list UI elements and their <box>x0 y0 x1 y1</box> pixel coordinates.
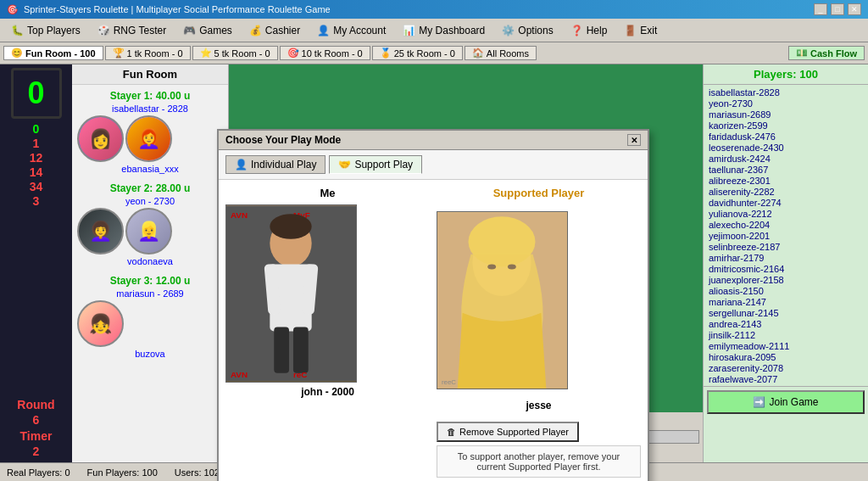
stayer-1-title: Stayer 1: 40.00 u <box>75 88 225 103</box>
menu-rng-tester[interactable]: 🎲 RNG Tester <box>90 22 174 39</box>
play-mode-dialog: Choose Your Play Mode ✕ 👤 Individual Pla… <box>217 129 649 481</box>
right-dialog-column: Supported Player <box>437 187 641 478</box>
list-item[interactable]: yulianova-2212 <box>709 208 863 219</box>
me-photo: AVN MyF AVN reC <box>225 204 357 383</box>
individual-icon: 👤 <box>235 159 248 171</box>
stayer-2-avatars: 👩‍🦱 👱‍♀️ <box>75 206 225 256</box>
tab-1tk-room[interactable]: 🏆 1 tk Room - 0 <box>105 46 191 60</box>
menu-options[interactable]: ⚙️ Options <box>494 22 560 39</box>
list-item[interactable]: zaraserenity-2078 <box>709 362 863 373</box>
history-0: 0 <box>33 122 40 136</box>
menu-dashboard[interactable]: 📊 My Dashboard <box>395 22 492 39</box>
options-icon: ⚙️ <box>502 25 515 36</box>
list-item[interactable]: alioasis-2150 <box>709 285 863 296</box>
stayer-1-name: isabellastar - 2828 <box>75 103 225 114</box>
stayer-1-second-name: ebanasia_xxx <box>75 164 225 174</box>
1tk-icon: 🏆 <box>113 48 125 59</box>
list-item[interactable]: hirosakura-2095 <box>709 351 863 362</box>
stayer-3-name: mariasun - 2689 <box>75 288 225 299</box>
list-item[interactable]: mariana-2147 <box>709 296 863 307</box>
stayer-3-section: Stayer 3: 12.00 u mariasun - 2689 👧 buzo… <box>72 270 228 362</box>
history-1: 1 <box>33 137 40 150</box>
maximize-button[interactable]: □ <box>831 3 844 15</box>
remove-supported-button[interactable]: 🗑 Remove Supported Player <box>437 422 579 442</box>
exit-icon: 🚪 <box>624 25 637 36</box>
dialog-tabs: 👤 Individual Play 🤝 Support Play <box>219 150 648 180</box>
stayer-1-avatars: 👩 👩‍🦰 <box>75 114 225 164</box>
list-item[interactable]: alibreeze-2301 <box>709 175 863 186</box>
history-4: 34 <box>30 180 43 193</box>
list-item[interactable]: alexecho-2204 <box>709 219 863 230</box>
list-item[interactable]: selinbreeze-2187 <box>709 241 863 252</box>
dialog-close-button[interactable]: ✕ <box>627 134 641 146</box>
current-number: 0 <box>11 68 62 119</box>
menu-top-players[interactable]: 🐛 Top Players <box>3 22 88 39</box>
menu-exit[interactable]: 🚪 Exit <box>616 22 665 39</box>
stayer-3-avatars: 👧 <box>75 299 225 349</box>
list-item[interactable]: rafaelwave-2077 <box>709 373 863 384</box>
list-item[interactable]: aliserenity-2282 <box>709 186 863 197</box>
users-status: Users: 102 <box>175 467 220 478</box>
list-item[interactable]: davidhunter-2274 <box>709 197 863 208</box>
history-2: 12 <box>30 151 43 165</box>
list-item[interactable]: dmitricosmic-2164 <box>709 263 863 274</box>
history-5: 3 <box>33 194 40 208</box>
list-item[interactable]: juanexplorer-2158 <box>709 274 863 285</box>
tab-5tk-room[interactable]: ⭐ 5 tk Room - 0 <box>192 46 278 60</box>
stayer-2-section: Stayer 2: 28.00 u yeon - 2730 👩‍🦱 👱‍♀️ v… <box>72 177 228 270</box>
rng-icon: 🎲 <box>97 25 110 36</box>
list-item[interactable]: leoserenade-2430 <box>709 142 863 153</box>
list-item[interactable]: andrea-2143 <box>709 318 863 329</box>
stayer-3-second-name: buzova <box>75 349 225 359</box>
real-players-status: Real Players: 0 <box>7 467 70 478</box>
minimize-button[interactable]: _ <box>814 3 827 15</box>
dialog-title: Choose Your Play Mode <box>225 134 341 146</box>
join-game-button[interactable]: ➡️ Join Game <box>707 390 865 414</box>
dialog-body: Me AVN MyF <box>219 180 648 481</box>
left-panel: 0 0 1 12 14 34 3 Round6Timer2 <box>0 64 72 462</box>
menu-games[interactable]: 🎮 Games <box>175 22 240 39</box>
tab-cash-flow[interactable]: 💵 Cash Flow <box>788 46 865 60</box>
tab-individual-play[interactable]: 👤 Individual Play <box>225 155 326 174</box>
app-title: Sprinter-Stayers Roulette | Multiplayer … <box>24 4 331 14</box>
10tk-icon: 🎯 <box>287 48 299 59</box>
tab-10tk-room[interactable]: 🎯 10 tk Room - 0 <box>280 46 370 60</box>
list-item[interactable]: sergellunar-2145 <box>709 307 863 318</box>
dialog-title-bar: Choose Your Play Mode ✕ <box>219 131 648 150</box>
room-tabs: 😊 Fun Room - 100 🏆 1 tk Room - 0 ⭐ 5 tk … <box>0 42 868 64</box>
tab-support-play[interactable]: 🤝 Support Play <box>329 155 422 174</box>
close-button[interactable]: ✕ <box>848 3 861 15</box>
tab-all-rooms[interactable]: 🏠 All Rooms <box>465 46 537 60</box>
menu-cashier[interactable]: 💰 Cashier <box>242 22 308 39</box>
tab-25tk-room[interactable]: 🏅 25 tk Room - 0 <box>372 46 463 60</box>
tab-fun-room[interactable]: 😊 Fun Room - 100 <box>3 46 103 60</box>
stayer-2-name: yeon - 2730 <box>75 196 225 206</box>
list-item[interactable]: yeon-2730 <box>709 98 863 109</box>
remove-icon: 🗑 <box>447 427 456 437</box>
list-item[interactable]: isabellastar-2828 <box>709 87 863 98</box>
cash-flow-icon: 💵 <box>796 48 808 59</box>
list-item[interactable]: amirdusk-2424 <box>709 153 863 164</box>
players-header: Players: 100 <box>704 64 868 85</box>
menu-help[interactable]: ❓ Help <box>563 22 615 39</box>
svg-point-16 <box>508 265 516 270</box>
list-item[interactable]: jinsilk-2112 <box>709 329 863 340</box>
me-column: Me AVN MyF <box>225 187 430 478</box>
support-icon: 🤝 <box>338 159 351 171</box>
fun-room-icon: 😊 <box>11 48 23 59</box>
dashboard-icon: 📊 <box>403 25 415 36</box>
list-item[interactable]: mariasun-2689 <box>709 109 863 120</box>
list-item[interactable]: taellunar-2367 <box>709 164 863 175</box>
round-info: Round6Timer2 <box>17 397 54 459</box>
me-name: john - 2000 <box>225 386 430 398</box>
list-item[interactable]: yejimoon-2201 <box>709 230 863 241</box>
menu-my-account[interactable]: 👤 My Account <box>309 22 393 39</box>
list-item[interactable]: faridadusk-2476 <box>709 131 863 142</box>
list-item[interactable]: emilymeadow-2111 <box>709 340 863 351</box>
25tk-icon: 🏅 <box>380 48 392 59</box>
list-item[interactable]: kaorizen-2599 <box>709 120 863 131</box>
stayer-2-second-name: vodonaeva <box>75 256 225 266</box>
top-players-icon: 🐛 <box>11 25 24 36</box>
stayers-panel: Fun Room Stayer 1: 40.00 u isabellastar … <box>72 64 229 462</box>
list-item[interactable]: amirhar-2179 <box>709 252 863 263</box>
